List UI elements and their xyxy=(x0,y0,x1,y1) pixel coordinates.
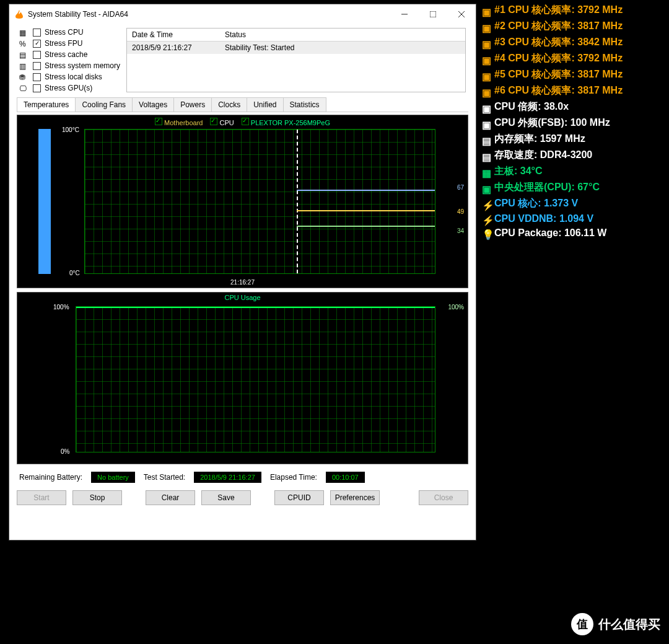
sensor-row-6: ▣ CPU 倍频: 38.0x xyxy=(482,100,664,113)
mem-icon: ▤ xyxy=(482,151,491,160)
button-row: Start Stop Clear Save CPUID Preferences … xyxy=(9,487,476,513)
checkbox-icon[interactable] xyxy=(33,29,41,37)
legend-checkbox-icon[interactable] xyxy=(155,118,162,125)
close-panel-button[interactable]: Close xyxy=(419,490,468,505)
sensor-label: CPU 外频(FSB): 100 MHz xyxy=(494,117,610,130)
stress-option-0[interactable]: ▦ Stress CPU xyxy=(19,28,120,37)
stress-option-2[interactable]: ▤ Stress cache xyxy=(19,50,120,59)
sensor-label: CPU Package: 106.11 W xyxy=(494,227,606,239)
bulb-icon: 💡 xyxy=(482,229,491,237)
sensor-panel: ▣ #1 CPU 核心频率: 3792 MHz▣ #2 CPU 核心频率: 38… xyxy=(482,4,664,239)
close-button[interactable] xyxy=(447,4,476,24)
checkbox-icon[interactable] xyxy=(33,73,41,81)
stress-option-1[interactable]: % Stress FPU xyxy=(19,39,120,48)
chip-icon: ▣ xyxy=(482,183,491,192)
save-button[interactable]: Save xyxy=(201,490,251,505)
tab-powers[interactable]: Powers xyxy=(173,97,212,112)
log-row[interactable]: 2018/5/9 21:16:27 Stability Test: Starte… xyxy=(127,42,465,54)
sensor-row-8: ▤ 内存频率: 1597 MHz xyxy=(482,133,664,146)
stress-option-4[interactable]: ⛃ Stress local disks xyxy=(19,73,120,81)
flame-icon xyxy=(14,9,24,19)
legend-motherboard[interactable]: Motherboard xyxy=(155,118,203,126)
legend-checkbox-icon[interactable] xyxy=(210,118,217,125)
sensor-label: #2 CPU 核心频率: 3817 MHz xyxy=(494,20,623,33)
start-marker xyxy=(297,130,298,273)
tab-temperatures[interactable]: Temperatures xyxy=(17,97,76,112)
start-button[interactable]: Start xyxy=(17,490,66,505)
maximize-button[interactable] xyxy=(419,4,447,24)
sensor-label: #6 CPU 核心频率: 3817 MHz xyxy=(494,84,623,97)
legend-checkbox-icon[interactable] xyxy=(242,118,249,125)
checkbox-icon[interactable] xyxy=(33,51,41,59)
sensor-label: 内存频率: 1597 MHz xyxy=(494,133,585,146)
watermark-badge-icon: 值 xyxy=(571,613,593,635)
ssd-curve xyxy=(297,226,435,227)
preferences-button[interactable]: Preferences xyxy=(330,490,380,505)
chip-icon: ▣ xyxy=(482,119,491,128)
sensor-row-7: ▣ CPU 外频(FSB): 100 MHz xyxy=(482,117,664,130)
sensor-row-1: ▣ #2 CPU 核心频率: 3817 MHz xyxy=(482,20,664,33)
log-cell-datetime: 2018/5/9 21:16:27 xyxy=(127,42,220,54)
tab-unified[interactable]: Unified xyxy=(247,97,283,112)
log-header-datetime: Date & Time xyxy=(127,29,220,41)
sensor-label: CPU VDDNB: 1.094 V xyxy=(494,213,593,224)
stress-label: Stress CPU xyxy=(45,28,84,37)
cpu-usage-chart: CPU Usage 100% 0% 100% xyxy=(17,292,468,464)
chip-icon: ▣ xyxy=(482,6,491,15)
stress-label: Stress GPU(s) xyxy=(45,84,92,92)
disk-icon: ⛃ xyxy=(19,73,29,81)
title-bar[interactable]: System Stability Test - AIDA64 xyxy=(9,4,476,24)
bolt-icon: ⚡ xyxy=(482,214,491,223)
rtick-67: 67 xyxy=(457,184,464,191)
sensor-label: 主板: 34°C xyxy=(494,165,543,178)
started-label: Test Started: xyxy=(144,473,185,482)
usage-grid xyxy=(76,306,435,452)
chip-icon: ▣ xyxy=(482,55,491,63)
usage-line xyxy=(76,307,435,308)
sensor-row-11: ▣ 中央处理器(CPU): 67°C xyxy=(482,181,664,194)
log-header-status: Status xyxy=(220,29,465,41)
stress-option-5[interactable]: 🖵 Stress GPU(s) xyxy=(19,84,120,92)
checkbox-icon[interactable] xyxy=(33,84,41,92)
stress-option-3[interactable]: ▥ Stress system memory xyxy=(19,61,120,70)
sensor-label: #4 CPU 核心频率: 3792 MHz xyxy=(494,52,623,65)
stop-button[interactable]: Stop xyxy=(72,490,122,505)
temp-grid xyxy=(84,129,435,274)
legend-plextor-px-256m9peg[interactable]: PLEXTOR PX-256M9PeG xyxy=(242,118,330,126)
ytick-min: 0°C xyxy=(69,270,80,276)
tab-cooling-fans[interactable]: Cooling Fans xyxy=(75,97,133,112)
sensor-label: #5 CPU 核心频率: 3817 MHz xyxy=(494,68,623,81)
rtick-34: 34 xyxy=(457,227,464,234)
xlabel-time: 21:16:27 xyxy=(230,279,255,286)
sensor-label: 中央处理器(CPU): 67°C xyxy=(494,181,600,194)
event-log[interactable]: Date & Time Status 2018/5/9 21:16:27 Sta… xyxy=(126,28,466,92)
checkbox-icon[interactable] xyxy=(33,62,41,70)
checkbox-icon[interactable] xyxy=(33,40,41,48)
cpu-usage-title: CPU Usage xyxy=(17,293,468,301)
tab-clocks[interactable]: Clocks xyxy=(211,97,247,112)
minimize-button[interactable] xyxy=(390,4,419,24)
elapsed-value: 00:10:07 xyxy=(326,472,365,483)
mem-icon: ▤ xyxy=(482,135,491,144)
tab-voltages[interactable]: Voltages xyxy=(132,97,174,112)
battery-value: No battery xyxy=(91,472,135,483)
motherboard-curve xyxy=(297,210,435,211)
window-title: System Stability Test - AIDA64 xyxy=(28,10,128,19)
sensor-row-0: ▣ #1 CPU 核心频率: 3792 MHz xyxy=(482,4,664,17)
stress-label: Stress system memory xyxy=(45,61,120,70)
tab-statistics[interactable]: Statistics xyxy=(283,97,326,112)
legend-cpu[interactable]: CPU xyxy=(210,118,234,126)
sensor-label: CPU 倍频: 38.0x xyxy=(494,100,569,113)
aida64-window: System Stability Test - AIDA64 ▦ Stress … xyxy=(9,4,476,540)
chip-icon: ▣ xyxy=(482,71,491,79)
rtick-49: 49 xyxy=(457,208,464,215)
sensor-row-13: ⚡ CPU VDDNB: 1.094 V xyxy=(482,213,664,224)
temp-legend: Motherboard CPU PLEXTOR PX-256M9PeG xyxy=(17,115,468,129)
memory-icon: ▥ xyxy=(19,62,29,69)
clear-button[interactable]: Clear xyxy=(146,490,195,505)
cpuid-button[interactable]: CPUID xyxy=(274,490,324,505)
sensor-row-3: ▣ #4 CPU 核心频率: 3792 MHz xyxy=(482,52,664,65)
bolt-icon: ⚡ xyxy=(482,200,491,208)
watermark-text: 什么值得买 xyxy=(598,616,660,633)
stress-label: Stress local disks xyxy=(45,73,102,81)
